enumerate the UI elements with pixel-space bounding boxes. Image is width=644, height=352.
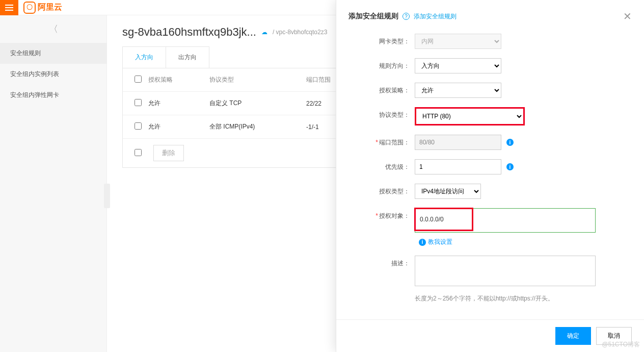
- delete-button[interactable]: 删除: [153, 145, 184, 161]
- row-checkbox[interactable]: [135, 122, 142, 130]
- modal-footer: 确定 取消: [336, 319, 644, 352]
- label-auth-type: 授权类型：: [348, 184, 415, 199]
- close-icon[interactable]: ✕: [623, 10, 632, 22]
- tab-outbound[interactable]: 出方向: [166, 47, 209, 68]
- brand-text: 阿里云: [38, 2, 62, 13]
- modal-body: 网卡类型： 内网 规则方向： 入方向 授权策略： 允许 协议类型： HTTP (…: [336, 29, 644, 319]
- cloud-icon: ☁: [261, 29, 267, 36]
- row-checkbox[interactable]: [135, 99, 142, 106]
- cell-policy: 允许: [148, 122, 209, 131]
- label-nic-type: 网卡类型：: [348, 34, 415, 49]
- hamburger-icon: [5, 5, 13, 11]
- auth-object-highlight: 0.0.0.0/0: [414, 208, 473, 231]
- modal-help-link[interactable]: 添加安全组规则: [414, 12, 457, 21]
- label-port: *端口范围：: [348, 135, 415, 150]
- auth-object-field[interactable]: 0.0.0.0/0: [415, 208, 596, 233]
- info-icon[interactable]: i: [506, 139, 514, 146]
- label-description: 描述：: [348, 256, 415, 271]
- port-range-input: [415, 135, 501, 150]
- teach-me-link[interactable]: i 教我设置: [419, 238, 452, 246]
- description-textarea[interactable]: [415, 256, 596, 286]
- header-protocol: 协议类型: [209, 76, 306, 84]
- cell-policy: 允许: [148, 99, 209, 108]
- add-rule-modal: 添加安全组规则 ? 添加安全组规则 ✕ 网卡类型： 内网 规则方向： 入方向 授…: [336, 0, 644, 352]
- sidebar: 〈 安全组规则 安全组内实例列表 安全组内弹性网卡: [0, 15, 107, 352]
- label-auth-obj: *授权对象：: [348, 208, 415, 223]
- svg-rect-0: [5, 5, 13, 6]
- header-policy: 授权策略: [148, 76, 209, 84]
- sidebar-back-button[interactable]: 〈: [0, 15, 106, 43]
- modal-title: 添加安全组规则: [348, 12, 398, 21]
- description-hint: 长度为2～256个字符，不能以http://或https://开头。: [415, 294, 554, 303]
- auth-object-value: 0.0.0.0/0: [420, 216, 444, 223]
- direction-select[interactable]: 入方向: [415, 58, 501, 73]
- protocol-select[interactable]: HTTP (80): [416, 109, 523, 124]
- select-all-checkbox[interactable]: [135, 76, 142, 83]
- ok-button[interactable]: 确定: [555, 327, 591, 345]
- nic-type-select: 内网: [415, 34, 501, 49]
- sidebar-item-eni[interactable]: 安全组内弹性网卡: [0, 85, 106, 106]
- cell-protocol: 自定义 TCP: [209, 99, 306, 108]
- brand-logo[interactable]: 〇 阿里云: [23, 2, 62, 14]
- sidebar-item-rules[interactable]: 安全组规则: [0, 43, 106, 64]
- label-protocol: 协议类型：: [348, 107, 415, 122]
- help-icon[interactable]: ?: [403, 13, 410, 20]
- info-icon: i: [419, 239, 426, 246]
- label-direction: 规则方向：: [348, 58, 415, 73]
- protocol-highlight: HTTP (80): [415, 107, 525, 125]
- modal-header: 添加安全组规则 ? 添加安全组规则 ✕: [336, 0, 644, 29]
- svg-rect-1: [5, 7, 13, 8]
- sidebar-collapse-handle[interactable]: [104, 184, 110, 208]
- cell-protocol: 全部 ICMP(IPv4): [209, 122, 306, 131]
- watermark: @51CTO博客: [602, 340, 640, 349]
- auth-type-select[interactable]: IPv4地址段访问: [415, 184, 481, 199]
- policy-select[interactable]: 允许: [415, 83, 501, 98]
- footer-checkbox[interactable]: [135, 149, 142, 156]
- breadcrumb-sub: / vpc-8vbhofcqto2z3: [273, 29, 327, 36]
- direction-tabs: 入方向 出方向: [122, 46, 209, 68]
- page-title: sg-8vba160hsmftxq9b3jk...: [122, 26, 256, 39]
- label-priority: 优先级：: [348, 159, 415, 174]
- priority-input[interactable]: [415, 159, 501, 174]
- hamburger-menu-button[interactable]: [0, 0, 18, 15]
- tab-inbound[interactable]: 入方向: [123, 47, 166, 68]
- logo-icon: 〇: [23, 2, 36, 14]
- info-icon[interactable]: i: [506, 163, 514, 170]
- sidebar-item-instances[interactable]: 安全组内实例列表: [0, 64, 106, 85]
- label-policy: 授权策略：: [348, 83, 415, 98]
- svg-rect-2: [5, 10, 13, 11]
